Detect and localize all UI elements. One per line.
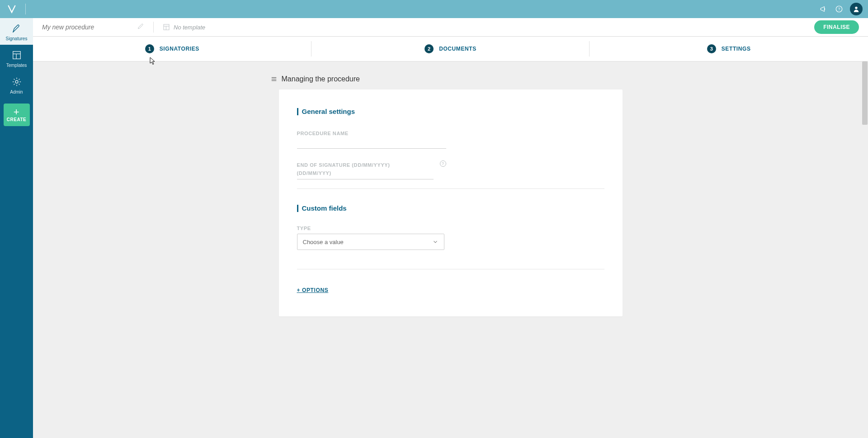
app-logo[interactable] (5, 3, 18, 15)
top-bar: ? (0, 0, 868, 18)
help-icon[interactable]: ? (835, 5, 844, 14)
logo-icon (7, 4, 17, 14)
topbar-separator (25, 4, 26, 14)
user-icon (853, 5, 860, 13)
announcement-icon[interactable] (819, 5, 828, 14)
user-avatar[interactable] (850, 3, 863, 15)
svg-text:?: ? (838, 7, 840, 11)
svg-point-2 (855, 7, 857, 9)
